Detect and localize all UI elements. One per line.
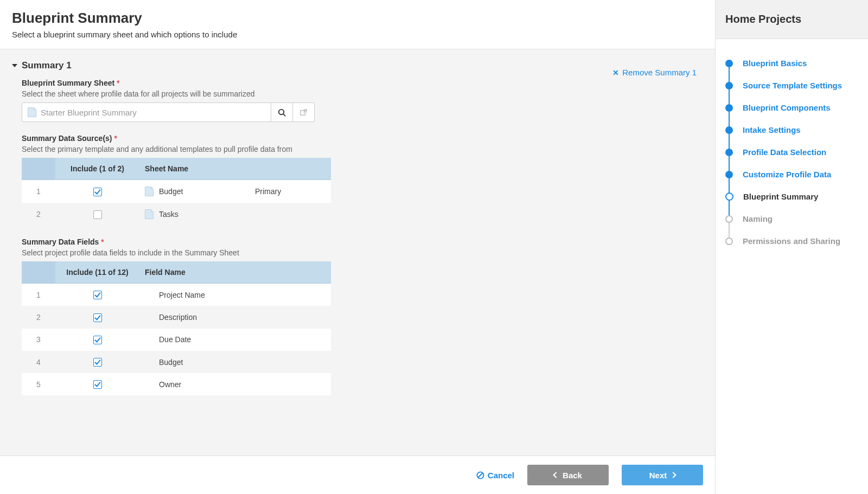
include-checkbox[interactable] xyxy=(93,313,102,322)
step-connector xyxy=(729,111,730,127)
row-include-cell xyxy=(55,351,139,373)
table-row: 4Budget xyxy=(22,351,331,373)
wizard-step[interactable]: Profile Data Selection xyxy=(725,141,858,163)
wizard-step[interactable]: Intake Settings xyxy=(725,119,858,141)
step-label: Permissions and Sharing xyxy=(743,236,840,246)
step-label[interactable]: Customize Profile Data xyxy=(743,170,831,179)
data-fields-table: Include (11 of 12) Field Name 1Project N… xyxy=(22,261,331,395)
cancel-button[interactable]: Cancel xyxy=(476,471,514,480)
chevron-left-icon xyxy=(553,472,559,478)
svg-line-4 xyxy=(478,473,483,477)
wizard-step: Naming xyxy=(725,208,858,230)
step-label: Blueprint Summary xyxy=(743,192,818,201)
close-icon: ✕ xyxy=(612,68,619,77)
col-num-header xyxy=(22,261,55,284)
row-num: 1 xyxy=(22,180,55,203)
step-label[interactable]: Intake Settings xyxy=(743,125,801,134)
row-name: Budget xyxy=(159,187,183,196)
remove-summary-label: Remove Summary 1 xyxy=(622,68,697,77)
wizard-step: Blueprint Summary xyxy=(725,185,858,208)
wizard-step[interactable]: Source Template Settings xyxy=(725,74,858,97)
browse-sheet-button[interactable] xyxy=(271,102,293,122)
step-dot-icon xyxy=(725,60,733,67)
col-tag-header xyxy=(250,158,331,180)
wizard-footer: Cancel Back Next xyxy=(0,455,715,494)
summary-section-title: Summary 1 xyxy=(22,60,72,71)
include-checkbox[interactable] xyxy=(93,291,102,299)
row-include-cell xyxy=(55,306,139,328)
wizard-step: Permissions and Sharing xyxy=(725,230,858,252)
data-sources-field: Summary Data Source(s) * Select the prim… xyxy=(22,134,620,226)
page-title: Blueprint Summary xyxy=(12,10,703,27)
next-label: Next xyxy=(649,471,667,480)
col-include-header: Include (1 of 2) xyxy=(55,158,139,180)
wizard-step[interactable]: Blueprint Basics xyxy=(725,52,858,74)
wizard-steps: Blueprint BasicsSource Template Settings… xyxy=(716,39,868,265)
step-dot-icon xyxy=(725,171,733,178)
required-asterisk: * xyxy=(117,79,119,87)
step-connector xyxy=(729,177,730,194)
data-sources-label: Summary Data Source(s) xyxy=(22,134,112,143)
sidebar-title: Home Projects xyxy=(716,0,868,39)
row-tag: Primary xyxy=(250,180,331,203)
row-name-cell: Tasks xyxy=(139,203,250,226)
row-num: 5 xyxy=(22,373,55,395)
summary-sheet-input[interactable] xyxy=(41,108,265,117)
page-subtitle: Select a blueprint summary sheet and whi… xyxy=(12,30,703,39)
data-sources-help: Select the primary template and any addi… xyxy=(22,145,620,153)
summary-sheet-label: Blueprint Summary Sheet xyxy=(22,79,114,87)
step-dot-icon xyxy=(725,193,733,201)
row-name-cell: Due Date xyxy=(139,329,331,351)
required-asterisk: * xyxy=(114,134,117,143)
include-checkbox[interactable] xyxy=(93,188,102,196)
row-num: 1 xyxy=(22,284,55,306)
table-row: 1BudgetPrimary xyxy=(22,180,331,203)
sheet-icon xyxy=(145,209,154,219)
step-label[interactable]: Blueprint Basics xyxy=(743,59,807,68)
step-label[interactable]: Blueprint Components xyxy=(743,103,831,112)
row-name-cell: Owner xyxy=(139,373,331,395)
table-row: 2Tasks xyxy=(22,203,331,226)
svg-line-1 xyxy=(283,114,285,116)
include-checkbox[interactable] xyxy=(93,336,102,344)
row-include-cell xyxy=(55,373,139,395)
wizard-step[interactable]: Blueprint Components xyxy=(725,97,858,119)
caret-down-icon xyxy=(12,64,17,67)
summary-section-toggle[interactable]: Summary 1 xyxy=(12,60,703,71)
chevron-right-icon xyxy=(671,472,676,478)
table-row: 5Owner xyxy=(22,373,331,395)
cancel-icon xyxy=(476,471,484,479)
step-dot-icon xyxy=(725,82,733,89)
step-connector xyxy=(729,200,730,216)
data-fields-label: Summary Data Fields xyxy=(22,238,99,246)
remove-summary-link[interactable]: ✕ Remove Summary 1 xyxy=(612,68,697,77)
sheet-icon xyxy=(145,187,154,196)
data-fields-help: Select project profile data fields to in… xyxy=(22,248,620,257)
include-checkbox[interactable] xyxy=(93,210,102,219)
step-label[interactable]: Profile Data Selection xyxy=(743,147,826,157)
cancel-label: Cancel xyxy=(488,471,514,480)
include-checkbox[interactable] xyxy=(93,380,102,389)
next-button[interactable]: Next xyxy=(622,465,703,485)
col-sheetname-header: Sheet Name xyxy=(139,158,250,180)
wizard-step[interactable]: Customize Profile Data xyxy=(725,163,858,185)
summary-sheet-input-wrap[interactable] xyxy=(22,102,271,122)
row-num: 3 xyxy=(22,329,55,351)
include-checkbox[interactable] xyxy=(93,358,102,367)
search-icon xyxy=(278,108,286,117)
wizard-sidebar: Home Projects Blueprint BasicsSource Tem… xyxy=(715,0,868,494)
step-dot-icon xyxy=(725,126,733,134)
back-button[interactable]: Back xyxy=(527,465,609,485)
step-label: Naming xyxy=(743,214,773,223)
step-label[interactable]: Source Template Settings xyxy=(743,81,842,90)
step-connector xyxy=(729,222,730,238)
row-name-cell: Project Name xyxy=(139,284,331,306)
row-num: 2 xyxy=(22,306,55,328)
row-name: Budget xyxy=(159,358,183,367)
row-name: Due Date xyxy=(159,335,191,344)
table-row: 1Project Name xyxy=(22,284,331,306)
row-include-cell xyxy=(55,329,139,351)
step-dot-icon xyxy=(725,238,733,245)
open-new-icon xyxy=(299,108,308,117)
open-sheet-button[interactable] xyxy=(293,102,315,122)
